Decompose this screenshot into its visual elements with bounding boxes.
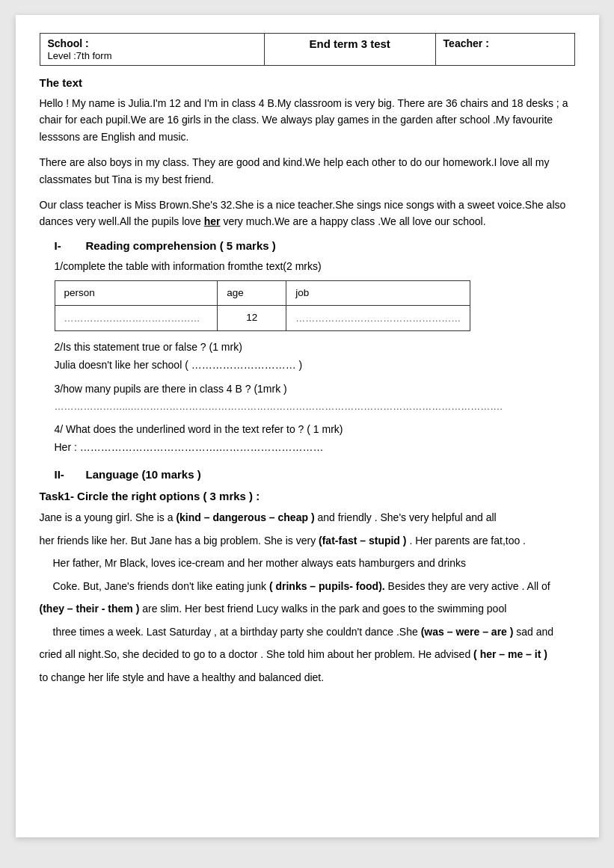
header-table: School : Level :7th form End term 3 test… [40, 33, 575, 66]
options-1: (kind – dangerous – cheap ) [176, 511, 314, 523]
question-1-block: 1/complete the table with information fr… [55, 258, 575, 332]
q3-label: 3/how many pupils are there in class 4 B… [55, 381, 575, 398]
q2-text: Julia doesn't like her school ( ……………………… [55, 357, 575, 375]
teacher-label: Teacher : [443, 37, 489, 49]
options-5: (they – their - them ) [40, 603, 140, 615]
task-para-6: three times a week. Last Saturday , at a… [40, 623, 575, 641]
q4-label: 4/ What does the underlined word in the … [55, 421, 575, 439]
task-para-3: Her father, Mr Black, loves ice-cream an… [40, 554, 575, 573]
question-4-block: 4/ What does the underlined word in the … [55, 421, 575, 457]
q4-text: Her : ………………………………….………………………… [55, 439, 575, 457]
q1-label: 1/complete the table with information fr… [55, 258, 575, 276]
end-term-title: End term 3 test [310, 37, 390, 50]
question-3-block: 3/how many pupils are there in class 4 B… [55, 381, 575, 415]
task-para-8: to change her life style and have a heal… [40, 668, 575, 687]
reading-comprehension-title: Reading comprehension ( 5 marks ) [86, 239, 276, 252]
reading-comprehension-section: I- Reading comprehension ( 5 marks ) 1/c… [40, 239, 575, 457]
task-para-4: Coke. But, Jane's friends don't like eat… [40, 577, 575, 596]
q3-answer-line: …………………...………………………………………………………………………………… [55, 398, 575, 415]
task-para-2: her friends like her. But Jane has a big… [40, 532, 575, 550]
language-section: II- Language (10 marks ) Task1- Circle t… [40, 468, 575, 686]
task-para-5: (they – their - them ) are slim. Her bes… [40, 600, 575, 618]
options-7: ( her – me – it ) [473, 648, 547, 660]
options-4: ( drinks – pupils- food). [269, 580, 385, 592]
paragraph-1: Hello ! My name is Julia.I'm 12 and I'm … [40, 95, 575, 145]
comprehension-table: person age job …………………………………… 12 …………………… [55, 280, 471, 332]
options-6: (was – were – are ) [421, 626, 514, 638]
task1-title: Task1- Circle the right options ( 3 mrks… [40, 490, 575, 502]
task-para-7: cried all night.So, she decided to go to… [40, 645, 575, 664]
language-title: Language (10 marks ) [86, 468, 201, 481]
roman-numeral-1: I- [55, 239, 77, 252]
q2-label: 2/Is this statement true or false ? (1 m… [55, 339, 575, 357]
task-para-1: Jane is a young girl. She is a (kind – d… [40, 508, 575, 527]
school-label: School : [48, 37, 89, 49]
underlined-word: her [204, 215, 221, 227]
question-2-block: 2/Is this statement true or false ? (1 m… [55, 339, 575, 375]
paragraph-3: Our class teacher is Miss Brown.She's 32… [40, 197, 575, 230]
roman-numeral-2: II- [55, 468, 77, 481]
level-label: Level :7th form [48, 50, 112, 61]
options-2: (fat-fast – stupid ) [319, 535, 406, 547]
paragraph-2: There are also boys in my class. They ar… [40, 154, 575, 188]
the-text-title: The text [40, 76, 575, 89]
